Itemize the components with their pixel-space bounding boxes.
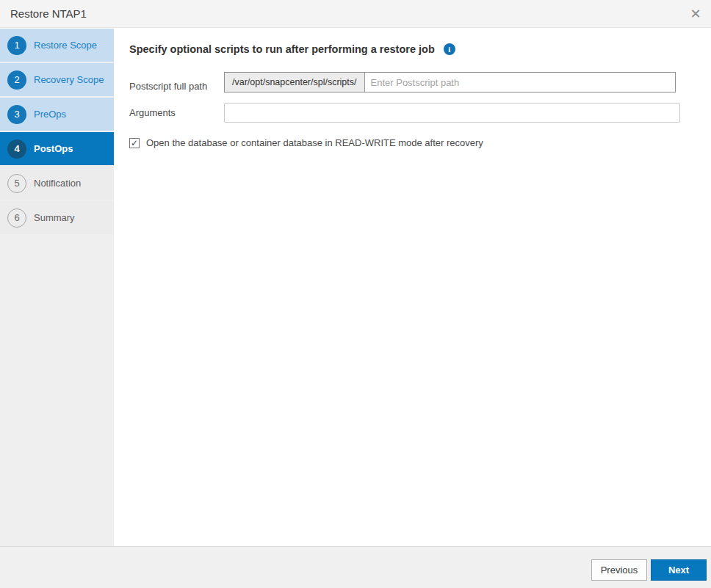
sidebar-step-summary[interactable]: 6 Summary — [0, 201, 114, 234]
postscript-path-input[interactable] — [365, 73, 675, 92]
previous-button[interactable]: Previous — [591, 559, 647, 581]
postscript-path-label: Postscript full path — [129, 76, 207, 97]
info-icon[interactable]: i — [444, 43, 455, 55]
restore-wizard-dialog: Restore NTAP1 ✕ 1 Restore Scope 2 Recove… — [0, 0, 711, 588]
panel-heading: Specify optional scripts to run after pe… — [129, 43, 435, 55]
panel-heading-row: Specify optional scripts to run after pe… — [129, 43, 455, 55]
step-label: PreOps — [34, 109, 66, 120]
postscript-path-group: /var/opt/snapcenter/spl/scripts/ — [224, 72, 676, 92]
step-label: Notification — [34, 178, 81, 189]
read-write-checkbox-row[interactable]: ✓ Open the database or container databas… — [129, 137, 483, 148]
sidebar-step-notification[interactable]: 5 Notification — [0, 167, 114, 200]
checkbox-checked-icon[interactable]: ✓ — [129, 138, 140, 148]
step-label: Restore Scope — [34, 40, 97, 51]
close-icon[interactable]: ✕ — [687, 6, 704, 22]
read-write-checkbox-label: Open the database or container database … — [146, 137, 483, 148]
step-number-badge: 6 — [7, 208, 26, 228]
step-label: Recovery Scope — [34, 74, 104, 85]
dialog-titlebar: Restore NTAP1 ✕ — [0, 0, 711, 28]
step-number-badge: 4 — [7, 139, 26, 159]
step-number-badge: 1 — [7, 36, 26, 55]
postscript-path-prefix: /var/opt/snapcenter/spl/scripts/ — [225, 73, 365, 92]
next-button[interactable]: Next — [651, 559, 707, 581]
postops-panel: Specify optional scripts to run after pe… — [114, 29, 711, 546]
sidebar-step-recovery-scope[interactable]: 2 Recovery Scope — [0, 63, 114, 96]
wizard-steps-sidebar: 1 Restore Scope 2 Recovery Scope 3 PreOp… — [0, 29, 114, 546]
step-number-badge: 2 — [7, 70, 26, 90]
arguments-input[interactable] — [224, 103, 680, 123]
step-number-badge: 3 — [7, 105, 26, 124]
wizard-footer: Previous Next — [0, 546, 711, 588]
arguments-label: Arguments — [129, 103, 176, 123]
step-label: PostOps — [34, 143, 73, 154]
sidebar-step-restore-scope[interactable]: 1 Restore Scope — [0, 29, 114, 62]
sidebar-step-preops[interactable]: 3 PreOps — [0, 98, 114, 131]
dialog-title: Restore NTAP1 — [10, 7, 87, 20]
step-label: Summary — [34, 212, 75, 223]
step-number-badge: 5 — [7, 174, 26, 193]
sidebar-step-postops[interactable]: 4 PostOps — [0, 132, 114, 165]
